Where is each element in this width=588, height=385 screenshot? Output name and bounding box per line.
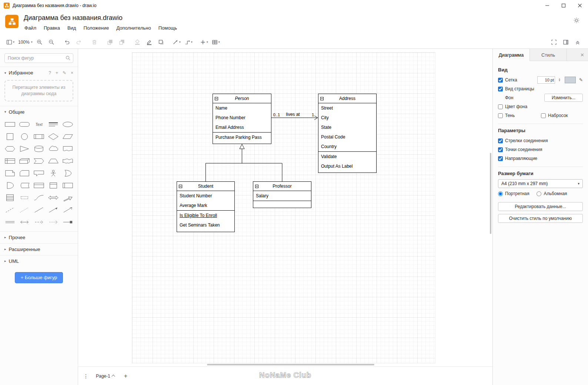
shape-list[interactable]: [3, 192, 17, 204]
insert-button[interactable]: ▾: [199, 37, 209, 47]
shape-dashed-edge[interactable]: [32, 216, 46, 228]
collapse-icon[interactable]: [255, 185, 258, 188]
uml-attribute[interactable]: City: [318, 113, 376, 123]
uml-class-professor[interactable]: ProfessorSalary: [253, 181, 311, 208]
shape-cylinder[interactable]: [32, 143, 46, 155]
table-button[interactable]: ▾: [211, 37, 221, 47]
menu-Дополнительно[interactable]: Дополнительно: [116, 25, 151, 31]
portrait-radio[interactable]: [498, 191, 503, 196]
collapse-icon[interactable]: [320, 97, 324, 100]
line-color-button[interactable]: [144, 37, 154, 47]
shape-cube[interactable]: [17, 155, 32, 167]
shape-container[interactable]: [32, 180, 46, 192]
more-shapes-button[interactable]: + Больше фигур: [15, 272, 63, 283]
to-front-button[interactable]: [105, 37, 115, 47]
view-panels-button[interactable]: ▾: [6, 37, 15, 47]
tab-diagram[interactable]: Диаграмма: [493, 49, 530, 61]
collapse-toolbar-button[interactable]: [573, 37, 582, 47]
sidebar-section-uml[interactable]: ▸UML: [0, 255, 78, 267]
shape-step[interactable]: [32, 155, 46, 167]
guides-checkbox[interactable]: [498, 156, 503, 161]
sidebar-section-расширенные[interactable]: ▸Расширенные: [0, 243, 78, 255]
shape-or[interactable]: [60, 167, 75, 180]
spinner-icons[interactable]: ▲▼: [558, 78, 561, 82]
grid-color-swatch[interactable]: [565, 77, 576, 83]
shape-edge-with-symbol[interactable]: [60, 216, 75, 228]
menu-Положение[interactable]: Положение: [83, 25, 109, 31]
delete-button[interactable]: [90, 37, 99, 47]
help-icon[interactable]: ?: [49, 70, 51, 76]
maximize-button[interactable]: [555, 0, 572, 11]
edit-icon[interactable]: ✎: [63, 70, 66, 76]
shadow-button[interactable]: [156, 37, 166, 47]
fullscreen-button[interactable]: [549, 37, 559, 47]
pages-menu-icon[interactable]: ⋮: [83, 373, 91, 379]
add-page-button[interactable]: +: [120, 373, 131, 379]
uml-attribute[interactable]: Student Number: [177, 191, 234, 201]
sidebar-section-general[interactable]: ▾ Общие: [0, 106, 78, 118]
uml-attribute[interactable]: Salary: [253, 191, 311, 201]
change-background-button[interactable]: Изменить...: [544, 94, 583, 102]
zoom-in-button[interactable]: [35, 37, 44, 47]
add-icon[interactable]: +: [56, 70, 58, 76]
shape-note[interactable]: [3, 167, 17, 180]
close-panel-icon[interactable]: ✕: [577, 49, 588, 61]
uml-class-student[interactable]: StudentStudent NumberAverage MarkIs Elig…: [177, 181, 235, 232]
grid-checkbox[interactable]: [498, 78, 503, 83]
collapse-icon[interactable]: [215, 97, 218, 100]
redo-button[interactable]: [74, 37, 84, 47]
uml-class-person[interactable]: PersonNamePhone NumberEmail AddressPurch…: [213, 94, 271, 144]
shape-vertical-container[interactable]: [46, 180, 60, 192]
shape-parallelogram[interactable]: [60, 131, 75, 143]
menu-Помощь[interactable]: Помощь: [158, 25, 177, 31]
shape-link[interactable]: [3, 216, 17, 228]
shape-bidirectional-connector[interactable]: [17, 216, 32, 228]
theme-toggle-icon[interactable]: [572, 16, 581, 25]
shape-card[interactable]: [17, 167, 32, 180]
connection-points-checkbox[interactable]: [498, 147, 503, 152]
shape-circle[interactable]: [17, 131, 32, 143]
shape-arrow[interactable]: [60, 192, 75, 204]
page-view-checkbox[interactable]: [498, 87, 503, 91]
menu-Вид[interactable]: Вид: [67, 25, 76, 31]
shadow-checkbox[interactable]: [498, 113, 503, 118]
uml-method[interactable]: Output As Label: [318, 161, 376, 171]
uml-attribute[interactable]: Name: [213, 103, 271, 113]
shape-curve[interactable]: [32, 192, 46, 204]
connection-style-button[interactable]: ▾: [172, 37, 181, 47]
sketch-checkbox[interactable]: [541, 113, 546, 118]
horizontal-scrollbar[interactable]: [207, 364, 374, 365]
zoom-out-button[interactable]: [47, 37, 56, 47]
paper-size-select[interactable]: A4 (210 mm x 297 mm) ▾: [498, 179, 583, 188]
uml-attribute[interactable]: Email Address: [213, 123, 271, 132]
shape-and[interactable]: [3, 180, 17, 192]
shape-dashed-line[interactable]: [3, 204, 17, 216]
uml-attribute[interactable]: Country: [318, 142, 376, 151]
uml-attribute[interactable]: Postal Code: [318, 132, 376, 142]
zoom-level-button[interactable]: 100%▾: [17, 37, 33, 47]
vertical-scrollbar[interactable]: [490, 153, 491, 234]
shape-trapezoid[interactable]: [46, 155, 60, 167]
uml-attribute[interactable]: State: [318, 123, 376, 132]
clear-default-style-button[interactable]: Очистить стиль по умолчанию: [498, 214, 583, 223]
shape-document[interactable]: [60, 143, 75, 155]
close-button[interactable]: [572, 0, 588, 11]
shape-callout[interactable]: [32, 167, 46, 180]
shape-actor[interactable]: [46, 167, 60, 180]
landscape-radio[interactable]: [537, 191, 541, 196]
shape-cloud[interactable]: [46, 143, 60, 155]
favorites-drop-area[interactable]: Перетащите элементы из диаграммы сюда: [4, 80, 73, 101]
shape-internal-storage[interactable]: [3, 155, 17, 167]
grid-size-input[interactable]: 10 pt: [537, 76, 555, 84]
menu-Файл[interactable]: Файл: [24, 25, 36, 31]
search-input[interactable]: [4, 53, 73, 63]
shape-arrow-connector[interactable]: [60, 204, 75, 216]
uml-attribute[interactable]: Phone Number: [213, 113, 271, 123]
to-back-button[interactable]: [117, 37, 127, 47]
shape-data-storage[interactable]: [17, 180, 32, 192]
shape-line[interactable]: [32, 204, 46, 216]
diagram-canvas[interactable]: PersonNamePhone NumberEmail AddressPurch…: [78, 49, 492, 366]
bg-color-checkbox[interactable]: [498, 104, 503, 109]
shape-dotted-edge[interactable]: [46, 216, 60, 228]
edit-data-button[interactable]: Редактировать данные...: [498, 202, 583, 211]
